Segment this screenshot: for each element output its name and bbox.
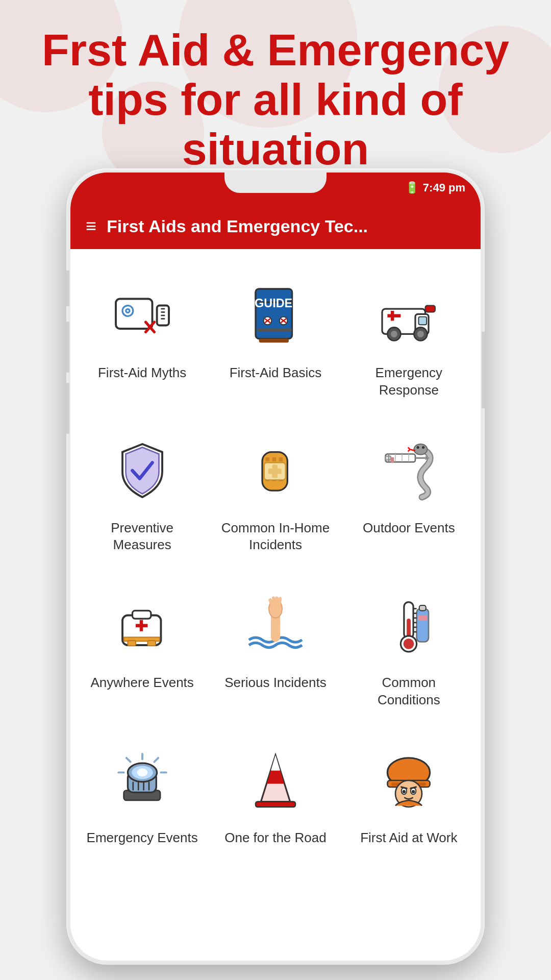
side-button-volume-up	[66, 322, 69, 373]
svg-line-72	[270, 600, 272, 604]
label-emergency-response: Emergency Response	[353, 364, 465, 399]
phone-screen: 🔋 7:49 pm ≡ First Aids and Emergency Tec…	[70, 173, 481, 961]
svg-rect-86	[417, 609, 429, 642]
categories-grid: First-Aid Myths GUIDE	[81, 264, 470, 857]
app-header: ≡ First Aids and Emergency Tec...	[70, 203, 481, 249]
side-button-volume-silent	[66, 271, 69, 306]
label-common-conditions: Common Conditions	[353, 674, 465, 709]
svg-rect-58	[391, 457, 394, 462]
svg-point-115	[412, 790, 415, 794]
label-common-in-home: Common In-Home Incidents	[219, 520, 332, 554]
side-button-volume-down	[66, 383, 69, 434]
label-emergency-events: Emergency Events	[87, 829, 198, 847]
label-serious-incidents: Serious Incidents	[224, 674, 326, 692]
svg-line-75	[280, 599, 280, 603]
label-anywhere-events: Anywhere Events	[91, 674, 194, 692]
notch	[224, 173, 327, 193]
icon-first-aid-work	[368, 740, 449, 821]
svg-line-73	[273, 598, 274, 602]
grid-item-first-aid-basics[interactable]: GUIDE First-Aid Basics	[214, 264, 337, 409]
label-first-aid-myths: First-Aid Myths	[98, 364, 186, 382]
icon-first-aid-myths	[102, 275, 183, 356]
grid-item-anywhere-events[interactable]: Anywhere Events	[81, 574, 204, 719]
svg-point-49	[417, 446, 419, 448]
grid-item-first-aid-myths[interactable]: First-Aid Myths	[81, 264, 204, 409]
svg-point-3	[127, 310, 129, 312]
grid-item-common-in-home[interactable]: Common In-Home Incidents	[214, 420, 337, 565]
svg-rect-55	[386, 456, 391, 460]
svg-rect-24	[388, 314, 401, 317]
icon-serious-incidents	[235, 584, 316, 666]
status-bar: 🔋 7:49 pm	[70, 173, 481, 203]
icon-emergency-events	[102, 740, 183, 821]
phone-frame: 🔋 7:49 pm ≡ First Aids and Emergency Tec…	[66, 168, 485, 965]
icon-preventive-measures	[102, 430, 183, 511]
svg-rect-35	[279, 457, 283, 461]
grid-item-preventive-measures[interactable]: Preventive Measures	[81, 420, 204, 565]
svg-point-30	[417, 331, 424, 337]
svg-rect-87	[419, 605, 426, 610]
icon-first-aid-basics: GUIDE	[235, 275, 316, 356]
svg-rect-64	[132, 611, 151, 619]
hero-title: Frst Aid & Emergency tips for all kind o…	[10, 26, 541, 174]
svg-point-28	[391, 331, 397, 337]
hamburger-menu-icon[interactable]: ≡	[86, 215, 96, 237]
grid-item-emergency-events[interactable]: Emergency Events	[81, 729, 204, 857]
svg-rect-34	[272, 457, 276, 461]
svg-rect-31	[425, 306, 436, 312]
svg-point-93	[137, 768, 147, 776]
svg-rect-88	[418, 616, 428, 621]
label-first-aid-work: First Aid at Work	[360, 829, 457, 847]
svg-point-114	[403, 790, 406, 794]
icon-outdoor-events	[368, 430, 449, 511]
icon-one-for-road	[235, 740, 316, 821]
svg-rect-68	[128, 641, 136, 646]
svg-point-48	[414, 444, 428, 455]
svg-point-50	[422, 446, 424, 448]
svg-rect-33	[265, 457, 269, 461]
main-content: First-Aid Myths GUIDE	[70, 249, 481, 930]
svg-rect-77	[407, 619, 411, 637]
grid-item-outdoor-events[interactable]: Outdoor Events	[347, 420, 470, 565]
status-time: 7:49 pm	[423, 181, 465, 194]
grid-item-emergency-response[interactable]: Emergency Response	[347, 264, 470, 409]
svg-rect-107	[256, 801, 295, 806]
icon-common-conditions	[368, 584, 449, 666]
svg-rect-25	[391, 311, 394, 321]
svg-point-79	[404, 639, 414, 649]
grid-item-one-for-road[interactable]: One for the Road	[214, 729, 337, 857]
svg-rect-26	[419, 317, 427, 325]
label-preventive-measures: Preventive Measures	[86, 520, 198, 554]
label-first-aid-basics: First-Aid Basics	[230, 364, 322, 382]
svg-text:GUIDE: GUIDE	[255, 297, 292, 310]
svg-rect-69	[147, 641, 156, 646]
label-outdoor-events: Outdoor Events	[363, 520, 455, 537]
icon-emergency-response	[368, 275, 449, 356]
svg-rect-13	[259, 339, 289, 343]
grid-item-common-conditions[interactable]: Common Conditions	[347, 574, 470, 719]
svg-line-96	[154, 758, 158, 762]
svg-line-53	[408, 449, 410, 451]
grid-item-first-aid-work[interactable]: First Aid at Work	[347, 729, 470, 857]
side-button-power	[482, 332, 485, 408]
svg-rect-66	[139, 620, 143, 631]
hero-section: Frst Aid & Emergency tips for all kind o…	[0, 15, 551, 184]
grid-item-serious-incidents[interactable]: Serious Incidents	[214, 574, 337, 719]
svg-line-95	[126, 758, 130, 762]
svg-rect-47	[268, 469, 282, 474]
battery-icon: 🔋	[405, 181, 419, 194]
label-one-for-road: One for the Road	[224, 829, 326, 847]
icon-common-in-home	[235, 430, 316, 511]
icon-anywhere-events	[102, 584, 183, 666]
app-header-title: First Aids and Emergency Tec...	[107, 216, 368, 236]
